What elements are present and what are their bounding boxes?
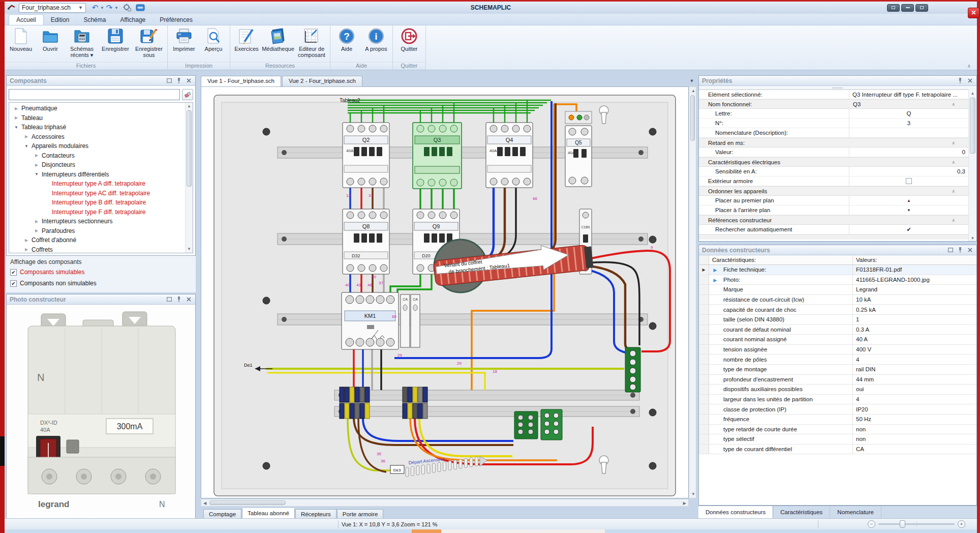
open-file-icon[interactable]: ▶	[714, 278, 717, 283]
checkbox-checked-icon[interactable]: ✔	[10, 269, 17, 276]
tab-preferences[interactable]: Préférences	[152, 15, 200, 25]
tree-item-interrupteur-type-b[interactable]: Interrupteur type B diff. tetrapolaire	[9, 198, 185, 208]
table-row[interactable]: classe de protection (IP)IP20	[699, 404, 976, 414]
aux-module-ca2[interactable]: CA	[411, 294, 420, 347]
table-row[interactable]: MarqueLegrand	[699, 285, 976, 295]
mediatheque-button[interactable]: Médiatheque	[262, 26, 294, 52]
tree-item-disjoncteurs[interactable]: ▶Disjoncteurs	[9, 160, 185, 170]
pin-icon[interactable]	[175, 297, 182, 303]
zoom-slider-thumb[interactable]	[900, 520, 905, 528]
sheet-tab-comptage[interactable]: Comptage	[203, 509, 241, 519]
collapse-chevron-icon[interactable]: ∧	[952, 140, 955, 145]
property-row[interactable]: N°:3	[699, 119, 968, 128]
collapse-chevron-icon[interactable]: ∧	[952, 189, 955, 194]
maximize-panel-icon[interactable]	[947, 247, 954, 253]
property-group[interactable]: Références constructeur∧	[699, 215, 968, 225]
property-row[interactable]: Rechercher automatiquement✔	[699, 225, 968, 234]
view-tabs-dropdown-icon[interactable]: ▼	[687, 78, 696, 86]
tree-item-contacteurs[interactable]: ▶Contacteurs	[9, 151, 185, 161]
property-group[interactable]: Retard en ms:∧	[699, 138, 968, 147]
imprimer-button[interactable]: Imprimer	[170, 26, 198, 52]
close-panel-icon[interactable]	[185, 78, 192, 84]
table-row[interactable]: courant de défaut nominal0.3 A	[699, 325, 976, 335]
table-row[interactable]: résistance de court-circuit (Icw)10 kA	[699, 295, 976, 305]
tree-item-interrupteur-type-ac[interactable]: Interrupteur type AC diff. tetrapolaire	[9, 189, 185, 198]
maximize-panel-icon[interactable]	[166, 78, 173, 84]
aux-module-ca1[interactable]: CA	[401, 294, 410, 347]
table-row[interactable]: fréquence50 Hz	[699, 414, 976, 425]
breaker-q2[interactable]: Q2 40A	[343, 123, 389, 188]
canvas-vertical-scrollbar[interactable]: ▲▼	[689, 86, 696, 498]
breaker-q4[interactable]: Q4 40A	[486, 123, 533, 188]
property-group[interactable]: Ordonner les appareils∧	[699, 186, 968, 196]
property-group[interactable]: Nom fonctionnel:Q3∧	[699, 99, 968, 109]
send-to-back-button[interactable]: ▼	[849, 205, 968, 215]
nouveau-button[interactable]: Nouveau	[7, 26, 35, 52]
table-row[interactable]: type retardé de courte duréenon	[699, 425, 976, 435]
tree-item-appareils-modulaires[interactable]: ▼Appareils modulaires	[9, 141, 185, 151]
collapse-chevron-icon[interactable]: ∧	[952, 102, 955, 107]
close-panel-icon[interactable]	[966, 247, 973, 253]
table-row[interactable]: profondeur d'encastrement44 mm	[699, 375, 976, 385]
zoom-in-button[interactable]: +	[958, 520, 965, 528]
enregistrer-button[interactable]: Enregistrer	[99, 26, 132, 52]
undo-dropdown-icon[interactable]: ▼	[100, 6, 104, 10]
tab-donnees-constructeurs[interactable]: Données constructeurs	[698, 506, 773, 518]
a-propos-button[interactable]: i A propos	[362, 26, 390, 52]
editeur-composant-button[interactable]: Editeur de composant	[295, 26, 328, 58]
quitter-button[interactable]: Quitter	[395, 26, 423, 52]
clear-search-icon[interactable]	[182, 89, 193, 100]
apercu-button[interactable]: Aperçu	[199, 26, 228, 52]
close-window-button[interactable]: ✕	[968, 8, 979, 18]
table-row[interactable]: capacité de courant de choc0.25 kA	[699, 305, 976, 315]
property-row[interactable]: Placer à l'arrière plan▼	[699, 205, 968, 215]
table-row[interactable]: type sélectifnon	[699, 434, 976, 445]
table-row[interactable]: ▶▶Fiche technique:F01318FR-01.pdf	[699, 265, 976, 275]
pin-icon[interactable]	[957, 78, 964, 84]
table-row[interactable]: ▶Photo:411665-LEGRAND-1000.jpg	[699, 275, 976, 285]
tree-item-tableau-triphase[interactable]: ▼Tableau triphasé	[9, 123, 185, 132]
close-panel-icon[interactable]	[966, 78, 973, 84]
breaker-q8[interactable]: Q8 D32	[343, 209, 389, 274]
tree-item-tableau[interactable]: ▶Tableau	[9, 113, 185, 123]
property-row[interactable]: Valeur:0	[699, 147, 968, 157]
tab-nomenclature[interactable]: Nomenclature	[830, 506, 881, 518]
table-row[interactable]: taille (selon DIN 43880)1	[699, 315, 976, 325]
canvas-horizontal-scrollbar[interactable]: ◀▶	[201, 499, 689, 507]
breaker-q5[interactable]: Q5 40A	[565, 111, 592, 187]
property-row[interactable]: Nomenclature (Description):	[699, 128, 968, 138]
tree-item-pneumatique[interactable]: ▶Pneumatique	[9, 104, 185, 113]
exercices-button[interactable]: Exercices	[232, 26, 261, 52]
tree-item-coffret-abonne[interactable]: ▶Coffret d'abonné	[9, 235, 185, 245]
contactor-km1[interactable]: KM1	[342, 292, 399, 349]
tree-item-interrupteur-type-a[interactable]: Interrupteur type A diff. tetrapolaire	[9, 179, 185, 189]
property-row[interactable]: Extérieur armoire	[699, 176, 968, 186]
tree-item-parafoudres[interactable]: ▶Parafoudres	[9, 226, 185, 236]
table-row[interactable]: nombre de pôles4	[699, 354, 976, 365]
sheet-tab-tableau-abonne[interactable]: Tableau abonné	[242, 508, 295, 519]
enregistrer-sous-button[interactable]: Enregistrer sous	[133, 26, 165, 58]
component-search-input[interactable]	[9, 89, 180, 100]
tree-item-interrupteur-type-f[interactable]: Interrupteur type F diff. tetrapolaire	[9, 208, 185, 217]
property-row[interactable]: Sensibilité en A:0,3	[699, 167, 968, 176]
panel-splitter[interactable]: ▪▪▪▪▪▪	[699, 86, 976, 90]
maximize-window-button[interactable]	[915, 4, 928, 12]
composants-simulables-checkbox-row[interactable]: ✔Composants simulables	[6, 266, 196, 278]
property-row[interactable]: Lettre:Q	[699, 109, 968, 119]
sheet-tab-porte-armoire[interactable]: Porte armoire	[337, 509, 384, 519]
ouvrir-button[interactable]: Ouvrir	[36, 26, 65, 52]
tab-affichage[interactable]: Affichage	[113, 15, 152, 25]
ribbon-collapse-icon[interactable]: ∧	[967, 63, 971, 69]
redo-dropdown-icon[interactable]: ▼	[114, 6, 118, 10]
minimize-window-button[interactable]	[901, 4, 914, 12]
view-tab-1[interactable]: Vue 1 - Four_triphase.sch	[201, 76, 281, 86]
table-row[interactable]: type de courant différentielCA	[699, 445, 976, 455]
maximize-panel-icon[interactable]	[166, 297, 173, 303]
pin-icon[interactable]	[957, 247, 964, 253]
tab-caracteristiques[interactable]: Caractéristiques	[773, 506, 830, 518]
restore-window-button[interactable]	[887, 4, 900, 12]
tree-item-interrupteurs-sectionneurs[interactable]: ▶Interrupteurs sectionneurs	[9, 217, 185, 226]
view-tab-2[interactable]: Vue 2 - Four_triphase.sch	[282, 76, 362, 86]
property-row[interactable]: Elément sélectionné:Q3 Interrupteur diff…	[699, 90, 968, 99]
tree-item-interrupteurs-differentiels[interactable]: ▼Interrupteurs différentiels	[9, 170, 185, 180]
